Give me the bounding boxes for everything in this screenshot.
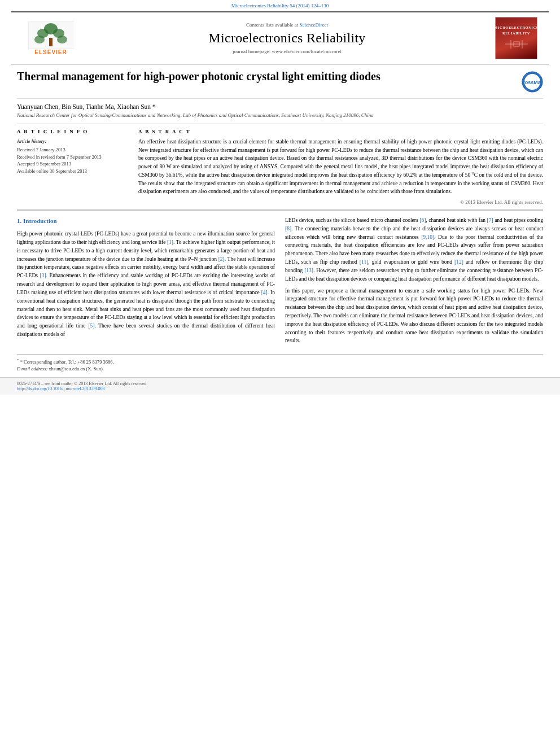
svg-rect-6 — [49, 38, 53, 46]
email-value: xhsun@seu.edu.cn (X. Sun). — [49, 366, 104, 372]
footnote-star: * — [17, 358, 19, 362]
ref-13[interactable]: [13] — [304, 268, 313, 273]
email-label: E-mail address: — [17, 366, 47, 372]
article-meta-section: A R T I C L E I N F O Article history: R… — [17, 124, 543, 205]
abstract-text: An effective heat dissipation structure … — [138, 138, 543, 196]
elsevier-logo-area: ELSEVIER — [23, 21, 79, 55]
intro-paragraph-left: High power photonic crystal LEDs (PC-LED… — [17, 230, 275, 339]
journal-header: ELSEVIER Contents lists available at Sci… — [11, 11, 549, 64]
article-footer: * * Corresponding author. Tel.: +86 25 8… — [17, 354, 543, 372]
footer-bar: 0026-2714/$ – see front matter © 2013 El… — [0, 377, 560, 395]
article-affiliation: National Research Center for Optical Sen… — [17, 112, 543, 118]
two-col-body: 1. Introduction High power photonic crys… — [17, 216, 543, 345]
revised-date: Received in revised form 7 September 201… — [17, 154, 127, 161]
ref-12[interactable]: [12] — [454, 259, 463, 265]
article-info-col: A R T I C L E I N F O Article history: R… — [17, 129, 127, 205]
ref-4[interactable]: [4] — [261, 290, 268, 295]
abstract-header: A B S T R A C T — [138, 129, 543, 134]
journal-header-center: Contents lists available at ScienceDirec… — [79, 22, 495, 54]
elsevier-tree-icon — [28, 21, 73, 49]
ref-3[interactable]: [3] — [40, 273, 46, 278]
accepted-date: Accepted 9 September 2013 — [17, 160, 127, 168]
doi-line[interactable]: http://dx.doi.org/10.1016/j.microrel.201… — [17, 386, 543, 391]
issn-line: 0026-2714/$ – see front matter © 2013 El… — [17, 381, 543, 386]
article-title: Thermal management for high-power photon… — [17, 69, 515, 84]
ref-2[interactable]: [2] — [218, 256, 225, 262]
intro-col-right: LEDs device, such as the silicon based m… — [285, 216, 543, 345]
article-body: Thermal management for high-power photon… — [0, 69, 560, 372]
intro-col-left: 1. Introduction High power photonic crys… — [17, 216, 275, 345]
journal-citation: Microelectronics Reliability 54 (2014) 1… — [231, 3, 329, 8]
journal-citation-bar: Microelectronics Reliability 54 (2014) 1… — [0, 0, 560, 11]
article-info-header: A R T I C L E I N F O — [17, 129, 127, 134]
ref-8[interactable]: [8] — [285, 226, 291, 231]
journal-homepage: journal homepage: www.elsevier.com/locat… — [88, 49, 487, 54]
history-label: Article history: — [17, 138, 127, 145]
copyright-line: © 2013 Elsevier Ltd. All rights reserved… — [138, 199, 543, 205]
intro-section-title: 1. Introduction — [17, 216, 275, 226]
article-title-area: Thermal management for high-power photon… — [17, 69, 543, 99]
elsevier-wordmark: ELSEVIER — [34, 49, 67, 55]
journal-thumbnail: MICROELECTRONICS RELIABILITY — [495, 17, 537, 59]
contents-available: Contents lists available at ScienceDirec… — [88, 22, 487, 28]
thumb-line2: RELIABILITY — [502, 31, 530, 35]
abstract-col: A B S T R A C T An effective heat dissip… — [138, 129, 543, 205]
available-date: Available online 30 September 2013 — [17, 168, 127, 175]
ref-6[interactable]: [6] — [419, 217, 426, 223]
email-line: E-mail address: xhsun@seu.edu.cn (X. Sun… — [17, 366, 543, 372]
crossmark-icon: CrossMark — [522, 71, 543, 93]
main-content: 1. Introduction High power photonic crys… — [17, 209, 543, 345]
doi-link[interactable]: http://dx.doi.org/10.1016/j.microrel.201… — [17, 386, 105, 391]
article-history: Article history: Received 7 January 2013… — [17, 138, 127, 175]
ref-5[interactable]: [5] — [88, 323, 94, 329]
received-date: Received 7 January 2013 — [17, 146, 127, 154]
thumb-circuit-icon — [502, 37, 531, 51]
ref-9-10[interactable]: [9,10] — [421, 234, 434, 240]
crossmark-badge[interactable]: CrossMark — [522, 71, 543, 94]
footnote-text: * Corresponding author. Tel.: +86 25 837… — [20, 359, 114, 365]
svg-text:CrossMark: CrossMark — [522, 80, 543, 85]
article-authors: Yuanyuan Chen, Bin Sun, Tianhe Ma, Xiaoh… — [17, 103, 543, 110]
svg-point-4 — [34, 36, 45, 43]
journal-main-title: Microelectronics Reliability — [88, 30, 487, 46]
svg-point-5 — [57, 36, 67, 43]
thumb-line1: MICROELECTRONICS — [494, 25, 538, 29]
ref-1[interactable]: [1] — [167, 239, 173, 245]
footnote-corresponding: * * Corresponding author. Tel.: +86 25 8… — [17, 358, 543, 365]
sciencedirect-link[interactable]: ScienceDirect — [300, 22, 328, 28]
ref-7[interactable]: [7] — [487, 217, 493, 223]
intro-paragraph-right-1: LEDs device, such as the silicon based m… — [285, 216, 543, 283]
ref-11[interactable]: [11] — [360, 259, 368, 265]
intro-paragraph-right-2: In this paper, we propose a thermal mana… — [285, 287, 543, 346]
